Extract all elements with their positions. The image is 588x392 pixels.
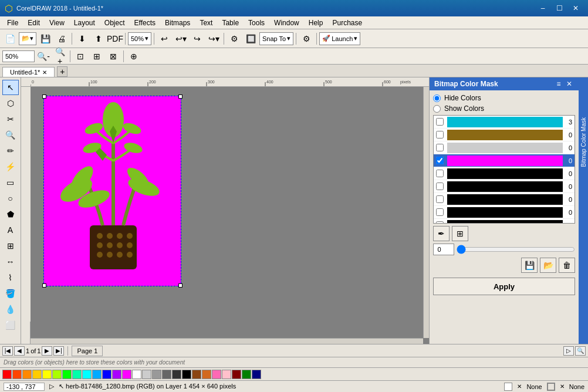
print-button[interactable]: 🖨	[54, 32, 69, 46]
palette-color-23[interactable]	[232, 370, 241, 379]
panel-menu-button[interactable]: ≡	[554, 79, 563, 89]
palette-color-17[interactable]	[172, 370, 181, 379]
zoom-input[interactable]	[2, 50, 35, 62]
palette-color-24[interactable]	[242, 370, 251, 379]
close-button[interactable]: ✕	[568, 2, 583, 14]
palette-color-22[interactable]	[222, 370, 231, 379]
tolerance-input[interactable]: 0	[433, 244, 454, 255]
color-checkbox-8[interactable]	[436, 221, 444, 224]
menu-table[interactable]: Table	[217, 18, 244, 28]
color-checkbox-5[interactable]	[436, 183, 444, 190]
horizontal-scrollbar[interactable]	[31, 338, 423, 344]
import-button[interactable]: ⬇	[75, 32, 90, 46]
panel-close-button[interactable]: ✕	[565, 79, 574, 89]
palette-color-25[interactable]	[252, 370, 261, 379]
menu-help[interactable]: Help	[304, 18, 328, 28]
zoom-select-button[interactable]: ⊠	[106, 49, 121, 63]
color-row-6[interactable]: 0	[434, 193, 575, 206]
new-button[interactable]: 📄	[2, 32, 18, 46]
menu-bitmaps[interactable]: Bitmaps	[160, 18, 195, 28]
color-row-2[interactable]: 0	[434, 141, 575, 154]
zoom-in-button[interactable]: 🔍+	[52, 49, 67, 63]
color-row-5[interactable]: 0	[434, 180, 575, 193]
minimize-button[interactable]: –	[535, 2, 550, 14]
text-tool[interactable]: A	[2, 222, 19, 238]
palette-color-7[interactable]	[72, 370, 82, 379]
palette-color-8[interactable]	[82, 370, 92, 379]
save-button[interactable]: 💾	[38, 32, 53, 46]
first-page-button[interactable]: |◀	[2, 346, 13, 356]
palette-color-6[interactable]	[62, 370, 72, 379]
zoom-out-nav-button[interactable]: 🔍	[575, 346, 586, 356]
palette-color-9[interactable]	[92, 370, 102, 379]
table-tool[interactable]: ⊞	[2, 238, 19, 254]
menu-layout[interactable]: Layout	[69, 18, 100, 28]
publish-button[interactable]: PDF	[107, 32, 123, 46]
color-row-0[interactable]: 3	[434, 116, 575, 129]
color-row-1[interactable]: 0	[434, 129, 575, 141]
color-checkbox-1[interactable]	[436, 131, 444, 138]
palette-color-14[interactable]	[142, 370, 151, 379]
palette-color-13[interactable]	[132, 370, 141, 379]
menu-text[interactable]: Text	[195, 18, 217, 28]
expand-icon[interactable]: ▷	[49, 383, 54, 390]
snap-dropdown[interactable]: Snap To▾	[259, 32, 293, 45]
zoom-page-button[interactable]: ⊞	[89, 49, 104, 63]
zoom-out-button[interactable]: 🔍-	[36, 49, 51, 63]
connector-tool[interactable]: ⌇	[2, 270, 19, 285]
ellipse-tool[interactable]: ○	[2, 191, 19, 206]
options-button[interactable]: ⚙	[227, 32, 242, 46]
palette-color-0[interactable]	[2, 370, 12, 379]
save-mask-button[interactable]: 💾	[521, 258, 538, 273]
palette-color-15[interactable]	[152, 370, 161, 379]
menu-file[interactable]: File	[2, 18, 23, 28]
open-dropdown[interactable]: 📂▾	[19, 32, 36, 45]
next-page-button[interactable]: ▶	[42, 346, 52, 356]
color-checkbox-3[interactable]	[436, 157, 444, 164]
color-checkbox-4[interactable]	[436, 170, 444, 177]
snap-button[interactable]: 🔲	[243, 32, 258, 46]
new-tab-button[interactable]: +	[57, 66, 67, 77]
menu-edit[interactable]: Edit	[23, 18, 45, 28]
palette-color-16[interactable]	[162, 370, 171, 379]
zoom-tool[interactable]: 🔍	[2, 127, 19, 143]
add-color-button[interactable]: ⊞	[452, 226, 468, 241]
undo-list-button[interactable]: ↩▾	[173, 32, 188, 46]
settings-button[interactable]: ⚙	[299, 32, 314, 46]
polygon-tool[interactable]: ⬟	[2, 207, 19, 222]
dimension-tool[interactable]: ↔	[2, 254, 19, 269]
palette-color-1[interactable]	[12, 370, 22, 379]
active-tab[interactable]: Untitled-1* ✕	[2, 67, 55, 77]
color-checkbox-2[interactable]	[436, 144, 444, 151]
shape-tool[interactable]: ⬡	[2, 96, 19, 111]
color-checkbox-6[interactable]	[436, 195, 444, 203]
color-checkbox-7[interactable]	[436, 208, 444, 216]
menu-object[interactable]: Object	[100, 18, 130, 28]
palette-color-18[interactable]	[182, 370, 191, 379]
palette-color-11[interactable]	[112, 370, 121, 379]
menu-view[interactable]: View	[45, 18, 69, 28]
palette-color-10[interactable]	[102, 370, 111, 379]
smart-tool[interactable]: ⚡	[2, 159, 19, 174]
delete-mask-button[interactable]: 🗑	[559, 258, 575, 273]
maximize-button[interactable]: ☐	[552, 2, 567, 14]
launch-dropdown[interactable]: 🚀 Launch▾	[319, 32, 360, 45]
freehand-tool[interactable]: ✏	[2, 143, 19, 158]
select-tool[interactable]: ↖	[2, 80, 19, 95]
last-page-button[interactable]: ▶|	[53, 346, 64, 356]
tab-close-icon[interactable]: ✕	[42, 69, 47, 76]
fill-tool[interactable]: 🪣	[2, 286, 19, 301]
palette-color-4[interactable]	[42, 370, 52, 379]
palette-color-5[interactable]	[52, 370, 62, 379]
vertical-tab-label[interactable]: Bitmap Color Mask	[579, 113, 588, 171]
palette-color-3[interactable]	[32, 370, 42, 379]
palette-color-21[interactable]	[212, 370, 221, 379]
crop-tool[interactable]: ✂	[2, 111, 19, 127]
load-mask-button[interactable]: 📂	[540, 258, 556, 273]
tolerance-slider[interactable]	[457, 244, 575, 255]
menu-effects[interactable]: Effects	[130, 18, 160, 28]
color-row-3[interactable]: 0	[434, 154, 575, 167]
undo-button[interactable]: ↩	[157, 32, 172, 46]
zoom-fit-button[interactable]: ⊡	[73, 49, 88, 63]
navigate-button[interactable]: ▷	[563, 346, 574, 356]
